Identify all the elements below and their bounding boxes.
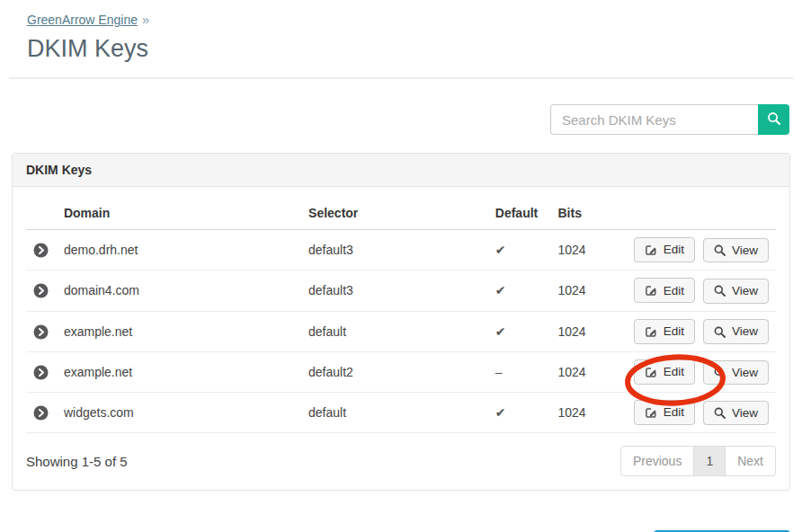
default-cell: ✔ xyxy=(488,270,551,311)
edit-button-label: Edit xyxy=(664,325,684,338)
table-header-row: Domain Selector Default Bits xyxy=(26,200,776,230)
search-button[interactable] xyxy=(758,104,789,135)
default-cell: ✔ xyxy=(488,311,551,351)
edit-button[interactable]: Edit xyxy=(634,278,695,303)
showing-count: Showing 1-5 of 5 xyxy=(26,454,128,469)
header-divider xyxy=(9,77,793,79)
edit-icon xyxy=(645,284,657,297)
domain-cell: example.net xyxy=(57,311,301,351)
edit-button-label: Edit xyxy=(664,285,684,297)
view-button-label: View xyxy=(732,285,758,297)
default-mark: ✔ xyxy=(495,243,506,257)
selector-cell: default3 xyxy=(301,230,488,270)
expand-column-header xyxy=(26,200,57,230)
view-button[interactable]: View xyxy=(703,238,769,263)
view-button[interactable]: View xyxy=(703,319,769,344)
breadcrumb-link-greenarrow-engine[interactable]: GreenArrow Engine xyxy=(27,13,138,27)
magnifier-icon xyxy=(714,285,726,297)
pagination-previous[interactable]: Previous xyxy=(620,446,694,476)
default-mark: ✔ xyxy=(495,283,506,297)
edit-button-label: Edit xyxy=(664,366,684,378)
arrow-circle-right-icon[interactable] xyxy=(33,283,49,298)
column-header-actions xyxy=(627,200,776,230)
magnifier-icon xyxy=(714,367,726,378)
view-button-label: View xyxy=(732,325,758,338)
magnifier-icon xyxy=(714,407,726,419)
edit-button-label: Edit xyxy=(664,406,684,419)
page-title: DKIM Keys xyxy=(27,34,802,63)
view-button[interactable]: View xyxy=(703,279,769,304)
column-header-bits: Bits xyxy=(550,200,626,230)
column-header-default: Default xyxy=(488,200,551,230)
edit-button[interactable]: Edit xyxy=(634,400,695,425)
table-row-example.net: example.net default2 – 1024 Edit View xyxy=(26,351,776,392)
edit-button[interactable]: Edit xyxy=(634,359,695,385)
view-button-label: View xyxy=(732,244,758,257)
selector-cell: default xyxy=(301,393,488,433)
default-mark: ✔ xyxy=(495,405,506,420)
dkim-keys-panel: DKIM Keys Domain Selector Default Bits xyxy=(12,153,790,491)
table-row-demo.drh.net: demo.drh.net default3 ✔ 1024 Edit View xyxy=(26,230,776,270)
domain-cell: example.net xyxy=(57,351,301,392)
table-footer: Showing 1-5 of 5 Previous 1 Next xyxy=(26,446,776,476)
arrow-circle-right-icon[interactable] xyxy=(33,405,49,421)
default-cell: ✔ xyxy=(488,230,551,270)
breadcrumb: GreenArrow Engine» xyxy=(27,12,802,27)
default-cell: – xyxy=(488,351,551,392)
pagination-page-1[interactable]: 1 xyxy=(693,446,726,476)
selector-cell: default3 xyxy=(301,270,488,311)
table-row-widgets.com: widgets.com default ✔ 1024 Edit View xyxy=(26,393,776,433)
domain-cell: domain4.com xyxy=(57,270,301,311)
bits-cell: 1024 xyxy=(550,270,626,311)
magnifier-icon xyxy=(714,326,726,338)
magnifier-icon xyxy=(714,244,726,256)
dkim-keys-table: Domain Selector Default Bits demo.drh.ne… xyxy=(26,200,776,433)
edit-button[interactable]: Edit xyxy=(634,319,695,344)
default-mark: ✔ xyxy=(495,324,506,339)
edit-button-label: Edit xyxy=(664,244,684,256)
default-mark: – xyxy=(495,365,503,379)
edit-icon xyxy=(645,244,657,256)
panel-body: Domain Selector Default Bits demo.drh.ne… xyxy=(13,187,789,490)
bits-cell: 1024 xyxy=(550,393,626,433)
bits-cell: 1024 xyxy=(550,230,626,270)
table-row-domain4.com: domain4.com default3 ✔ 1024 Edit View xyxy=(26,270,776,311)
arrow-circle-right-icon[interactable] xyxy=(33,324,49,340)
pagination: Previous 1 Next xyxy=(620,446,776,476)
bits-cell: 1024 xyxy=(550,311,626,351)
search-input[interactable] xyxy=(550,104,758,135)
column-header-selector: Selector xyxy=(301,200,488,230)
dkim-keys-page: GreenArrow Engine» DKIM Keys DKIM Keys D… xyxy=(0,0,802,532)
search-icon xyxy=(767,111,781,129)
bits-cell: 1024 xyxy=(550,351,626,392)
selector-cell: default2 xyxy=(301,351,488,392)
view-button-label: View xyxy=(732,407,758,420)
arrow-circle-right-icon[interactable] xyxy=(33,243,49,258)
column-header-domain: Domain xyxy=(57,200,301,230)
view-button[interactable]: View xyxy=(703,401,769,426)
search-bar xyxy=(0,104,789,135)
edit-icon xyxy=(645,406,657,419)
table-row-example.net: example.net default ✔ 1024 Edit View xyxy=(26,311,776,351)
view-button[interactable]: View xyxy=(703,360,769,386)
selector-cell: default xyxy=(301,311,488,351)
default-cell: ✔ xyxy=(488,393,551,433)
edit-button[interactable]: Edit xyxy=(634,237,695,262)
panel-title: DKIM Keys xyxy=(13,154,789,187)
view-button-label: View xyxy=(732,367,758,379)
breadcrumb-separator: » xyxy=(142,12,149,27)
arrow-circle-right-icon[interactable] xyxy=(33,365,49,380)
edit-icon xyxy=(645,325,657,338)
domain-cell: widgets.com xyxy=(57,393,301,433)
edit-icon xyxy=(645,366,657,378)
pagination-next[interactable]: Next xyxy=(725,446,776,476)
domain-cell: demo.drh.net xyxy=(57,230,301,270)
